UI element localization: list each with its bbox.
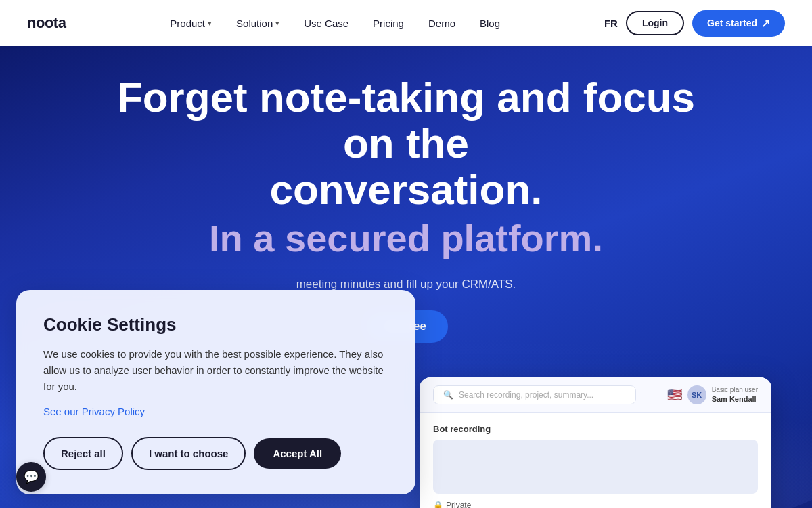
cookie-overlay: Cookie Settings We use cookies to provid… — [0, 0, 812, 508]
cookie-modal: Cookie Settings We use cookies to provid… — [16, 290, 415, 494]
cookie-buttons: Reject all I want to choose Accept All — [43, 437, 388, 470]
cookie-body: We use cookies to provide you with the b… — [43, 346, 388, 395]
accept-all-button[interactable]: Accept All — [254, 438, 341, 469]
i-want-to-choose-button[interactable]: I want to choose — [131, 437, 246, 470]
cookie-title: Cookie Settings — [43, 314, 388, 335]
reject-all-button[interactable]: Reject all — [43, 437, 123, 470]
chat-icon: 💬 — [24, 469, 39, 484]
privacy-policy-link[interactable]: See our Privacy Policy — [43, 406, 145, 417]
chat-bubble-button[interactable]: 💬 — [16, 462, 46, 492]
